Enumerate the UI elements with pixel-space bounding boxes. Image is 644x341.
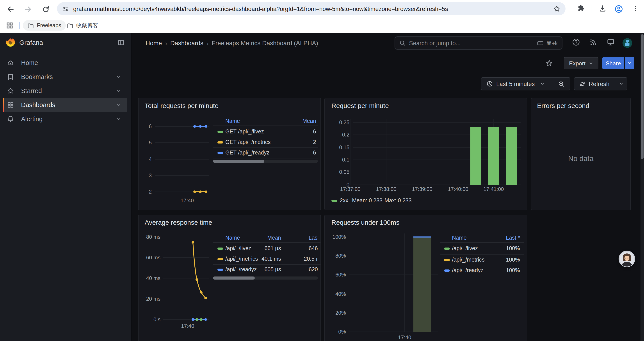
series-chip bbox=[218, 269, 223, 271]
page-scrollbar-thumb[interactable] bbox=[641, 34, 644, 159]
legend-col-name[interactable]: Name bbox=[452, 234, 467, 241]
chevron-down-icon bbox=[627, 61, 632, 65]
sidebar-item-label: Bookmarks bbox=[21, 73, 53, 80]
browser-menu-icon[interactable] bbox=[632, 5, 639, 12]
search-shortcut: ⌘+k bbox=[546, 40, 558, 46]
legend-col-name[interactable]: Name bbox=[225, 118, 240, 125]
chart-request-per-minute[interactable] bbox=[325, 98, 528, 210]
legend-col-last[interactable]: Last * bbox=[492, 234, 520, 241]
sidebar-item-label: Alerting bbox=[21, 115, 42, 122]
extensions-icon[interactable] bbox=[577, 5, 584, 12]
page-scrollbar bbox=[640, 33, 644, 341]
sidebar-item-alerting[interactable]: Alerting bbox=[3, 112, 127, 126]
search-input[interactable] bbox=[409, 40, 537, 46]
profile-icon[interactable] bbox=[615, 5, 623, 13]
panel-requests-under-100ms: Requests under 100ms 100% 80% 60% 40% 20… bbox=[324, 215, 528, 341]
chevron-down-icon[interactable] bbox=[116, 74, 121, 79]
dashboards-grid-icon bbox=[7, 101, 14, 108]
url-input[interactable] bbox=[73, 6, 553, 12]
bookmark-folder-freeleaps[interactable]: Freeleaps bbox=[23, 20, 66, 31]
forward-icon[interactable] bbox=[23, 4, 33, 15]
reload-icon[interactable] bbox=[40, 4, 51, 15]
clock-icon bbox=[486, 81, 493, 87]
legend-series-name[interactable]: /api/_/metrics bbox=[452, 256, 485, 263]
breadcrumb-separator: › bbox=[162, 39, 170, 47]
breadcrumb-home[interactable]: Home bbox=[146, 40, 162, 47]
share-menu-button[interactable] bbox=[625, 57, 634, 69]
series-chip bbox=[218, 258, 223, 260]
bookmark-folder-label: Freeleaps bbox=[37, 22, 61, 29]
bookmark-folder-blogs[interactable]: 收藏博客 bbox=[62, 20, 102, 31]
legend-col-last[interactable]: Las bbox=[309, 234, 318, 241]
floating-assistant-avatar[interactable] bbox=[618, 251, 635, 267]
monitor-icon[interactable] bbox=[607, 38, 615, 46]
panel-avg-response-time: Average response time 80 ms 60 ms 40 ms … bbox=[138, 215, 321, 341]
news-rss-icon[interactable] bbox=[589, 38, 597, 46]
back-icon[interactable] bbox=[5, 4, 16, 15]
panel-request-per-minute: Request per minute 0.25 0.2 0.15 0.1 0.0… bbox=[324, 98, 528, 210]
legend-mean-value: 6 bbox=[283, 128, 316, 135]
legend-scrollbar[interactable] bbox=[213, 160, 318, 163]
user-avatar[interactable] bbox=[622, 38, 632, 48]
legend-series-name[interactable]: GET /api/_/metrics bbox=[225, 139, 271, 146]
legend-last-value: 100% bbox=[492, 267, 520, 274]
panel-errors-per-second: Errors per second No data bbox=[531, 98, 631, 210]
legend-mean-value: 661 µs bbox=[248, 245, 281, 252]
sidebar-item-starred[interactable]: Starred bbox=[3, 84, 127, 98]
chart-requests-under-100ms[interactable] bbox=[325, 215, 528, 341]
site-settings-icon[interactable] bbox=[62, 6, 69, 12]
legend-max: Max: 0.233 bbox=[384, 197, 412, 204]
sidebar-item-bookmarks[interactable]: Bookmarks bbox=[3, 70, 127, 84]
legend-series-name[interactable]: GET /api/_/livez bbox=[225, 128, 264, 135]
export-button[interactable]: Export bbox=[564, 57, 598, 69]
search-icon bbox=[400, 40, 406, 46]
refresh-button[interactable]: Refresh bbox=[574, 81, 615, 87]
sidebar-item-label: Home bbox=[21, 59, 38, 66]
legend-series-name[interactable]: /api/_/readyz bbox=[452, 267, 483, 274]
legend-series-name[interactable]: /api/_/livez bbox=[225, 245, 251, 252]
time-range-label: Last 5 minutes bbox=[496, 81, 535, 87]
refresh-interval-button[interactable] bbox=[615, 82, 627, 86]
legend-series-name[interactable]: 2xx bbox=[340, 197, 348, 204]
grafana-brand: Grafana bbox=[19, 39, 43, 46]
sidebar-item-home[interactable]: Home bbox=[3, 56, 127, 70]
legend-col-name[interactable]: Name bbox=[225, 234, 240, 241]
breadcrumb-dashboards[interactable]: Dashboards bbox=[170, 40, 204, 47]
chevron-down-icon bbox=[588, 61, 593, 65]
legend-scrollbar[interactable] bbox=[213, 276, 318, 279]
download-icon[interactable] bbox=[599, 5, 606, 12]
refresh-icon bbox=[580, 81, 585, 87]
bookmark-star-icon[interactable] bbox=[553, 5, 560, 12]
search-box[interactable]: ⌘+k bbox=[394, 37, 562, 50]
legend-mean-value: 6 bbox=[283, 149, 316, 156]
legend-mean-value: 40.1 ms bbox=[248, 255, 281, 262]
favorite-star-icon[interactable] bbox=[546, 60, 553, 67]
address-bar[interactable] bbox=[57, 2, 566, 15]
chevron-down-icon[interactable] bbox=[116, 103, 121, 107]
breadcrumb-separator: › bbox=[204, 39, 212, 47]
share-label: Share bbox=[606, 60, 621, 67]
legend-series-name[interactable]: GET /api/_/readyz bbox=[225, 149, 270, 156]
toolbar-divider bbox=[591, 5, 592, 13]
apps-grid-icon[interactable] bbox=[6, 22, 13, 29]
legend-series-name[interactable]: /api/_/livez bbox=[452, 245, 478, 252]
sidebar-toggle-icon[interactable] bbox=[118, 39, 124, 46]
share-button[interactable]: Share bbox=[602, 57, 624, 69]
legend-mean-value: 2 bbox=[283, 139, 316, 146]
grafana-logo[interactable] bbox=[6, 38, 15, 47]
help-icon[interactable] bbox=[572, 38, 580, 46]
no-data-message: No data bbox=[531, 154, 630, 163]
legend-col-mean[interactable]: Mean bbox=[248, 234, 281, 241]
breadcrumb-current: Freeleaps Metrics Dashboard (ALPHA) bbox=[212, 40, 318, 47]
legend-col-mean[interactable]: Mean bbox=[283, 118, 316, 125]
screen: Freeleaps 收藏博客 Grafana Home Bookmarks bbox=[0, 0, 644, 341]
sidebar-item-dashboards[interactable]: Dashboards bbox=[3, 98, 127, 112]
zoom-out-button[interactable] bbox=[552, 81, 570, 87]
time-range-group: Last 5 minutes bbox=[481, 77, 570, 90]
time-range-picker[interactable]: Last 5 minutes bbox=[481, 81, 552, 87]
bell-icon bbox=[7, 115, 14, 122]
panel-title[interactable]: Errors per second bbox=[537, 102, 589, 109]
export-label: Export bbox=[569, 60, 586, 67]
chevron-down-icon[interactable] bbox=[116, 88, 121, 93]
chevron-down-icon[interactable] bbox=[116, 117, 121, 121]
